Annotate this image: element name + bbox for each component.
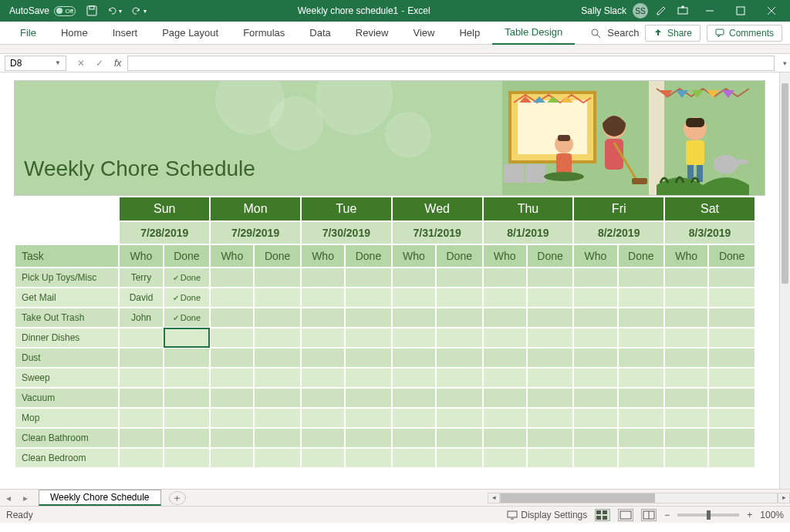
who-cell[interactable]: Terry [119,268,163,288]
who-cell[interactable] [573,408,617,428]
who-cell[interactable] [483,328,527,348]
save-icon[interactable] [86,5,97,16]
who-header[interactable]: Who [119,244,163,268]
share-button[interactable]: Share [645,25,701,42]
done-cell[interactable] [618,448,665,468]
done-cell[interactable] [164,328,211,348]
done-cell[interactable] [618,308,665,328]
who-header[interactable]: Who [483,244,527,268]
page-layout-view-button[interactable] [618,509,633,521]
done-cell[interactable] [618,408,665,428]
task-cell[interactable]: Mop [15,408,119,428]
task-cell[interactable]: Take Out Trash [15,308,119,328]
who-cell[interactable] [301,388,345,408]
tab-data[interactable]: Data [297,22,343,45]
sheet-tab[interactable]: Weekly Chore Schedule [39,490,161,506]
tab-insert[interactable]: Insert [100,22,150,45]
who-cell[interactable] [573,448,617,468]
who-cell[interactable] [392,308,436,328]
chevron-down-icon[interactable]: ▼ [55,59,61,66]
done-cell[interactable]: Done [164,268,211,288]
ribbon-display-icon[interactable] [677,5,688,16]
done-cell[interactable] [618,328,665,348]
who-cell[interactable] [664,288,708,308]
who-cell[interactable] [483,368,527,388]
name-box[interactable]: D8 ▼ [5,56,66,71]
who-header[interactable]: Who [210,244,254,268]
zoom-out-button[interactable]: − [664,510,670,520]
done-cell[interactable] [708,308,755,328]
who-cell[interactable] [301,348,345,368]
done-header[interactable]: Done [618,244,665,268]
fx-icon[interactable]: fx [114,58,121,69]
schedule-table[interactable]: SunMonTueWedThuFriSat7/28/20197/29/20197… [14,196,756,469]
done-cell[interactable] [254,268,301,288]
who-cell[interactable] [573,308,617,328]
done-cell[interactable] [708,288,755,308]
done-cell[interactable] [436,368,483,388]
zoom-slider[interactable] [677,513,739,517]
normal-view-button[interactable] [595,509,610,521]
who-cell[interactable] [664,368,708,388]
who-cell[interactable] [664,268,708,288]
who-cell[interactable] [483,308,527,328]
vertical-scrollbar[interactable] [779,72,790,489]
done-header[interactable]: Done [345,244,392,268]
tab-file[interactable]: File [8,22,49,45]
who-cell[interactable] [119,348,163,368]
who-cell[interactable] [210,408,254,428]
task-cell[interactable]: Pick Up Toys/Misc [15,268,119,288]
done-cell[interactable] [618,388,665,408]
sheet-nav-next[interactable]: ▸ [17,493,34,503]
day-header[interactable]: Sun [119,197,210,221]
done-cell[interactable] [254,348,301,368]
who-cell[interactable] [392,428,436,448]
expand-formula-icon[interactable]: ▾ [779,59,790,67]
done-cell[interactable] [618,348,665,368]
maximize-button[interactable] [725,0,756,22]
done-cell[interactable] [164,408,211,428]
done-cell[interactable] [618,368,665,388]
display-settings-button[interactable]: Display Settings [507,510,587,520]
done-header[interactable]: Done [527,244,574,268]
who-cell[interactable] [573,288,617,308]
add-sheet-button[interactable]: ＋ [169,491,186,505]
done-cell[interactable] [436,348,483,368]
who-cell[interactable] [210,388,254,408]
who-cell[interactable] [483,288,527,308]
who-cell[interactable] [483,268,527,288]
sheet-nav-prev[interactable]: ◂ [0,493,17,503]
date-cell[interactable]: 8/3/2019 [664,221,755,244]
done-cell[interactable] [436,388,483,408]
done-cell[interactable] [618,288,665,308]
day-header[interactable]: Fri [573,197,664,221]
done-cell[interactable] [436,448,483,468]
minimize-button[interactable] [694,0,725,22]
date-cell[interactable]: 8/1/2019 [483,221,574,244]
done-cell[interactable] [254,328,301,348]
who-cell[interactable] [392,348,436,368]
who-cell[interactable] [664,348,708,368]
who-cell[interactable] [392,408,436,428]
done-cell[interactable] [708,268,755,288]
close-button[interactable] [756,0,787,22]
done-cell[interactable] [345,348,392,368]
who-cell[interactable] [392,288,436,308]
done-cell[interactable] [164,348,211,368]
who-cell[interactable] [210,428,254,448]
toggle-switch[interactable]: Off [54,6,76,16]
page-break-view-button[interactable] [641,509,657,521]
tab-formulas[interactable]: Formulas [231,22,297,45]
done-cell[interactable] [708,368,755,388]
who-cell[interactable] [392,268,436,288]
undo-icon[interactable]: ▾ [106,5,122,16]
tab-review[interactable]: Review [343,22,401,45]
who-cell[interactable] [119,408,163,428]
done-cell[interactable] [527,308,574,328]
task-cell[interactable]: Vacuum [15,388,119,408]
task-cell[interactable]: Sweep [15,368,119,388]
task-header[interactable]: Task [15,244,119,268]
who-cell[interactable] [301,308,345,328]
done-cell[interactable] [345,448,392,468]
horizontal-scrollbar[interactable]: ◂ ▸ [488,491,790,505]
